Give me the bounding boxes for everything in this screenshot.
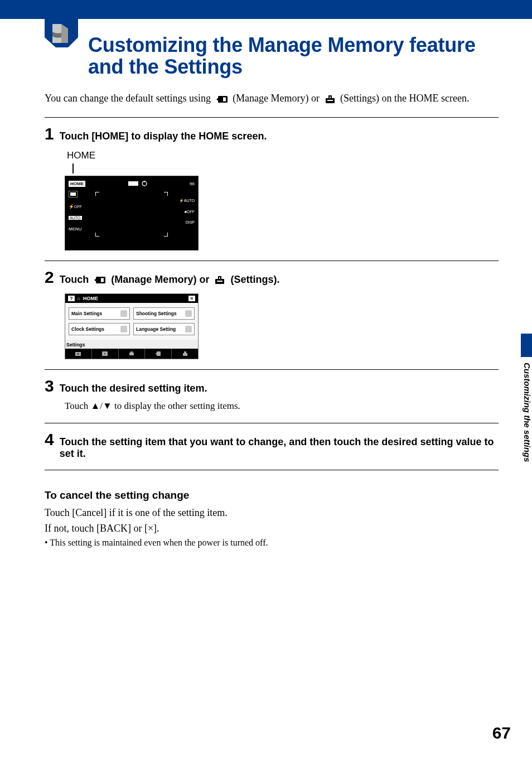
step-text: Touch the desired setting item. <box>60 383 207 394</box>
camera-icon <box>185 310 192 317</box>
step-text: Touch the setting item that you want to … <box>60 436 499 460</box>
frames-remaining: 96 <box>190 181 195 186</box>
menu-bar-title: HOME <box>83 296 98 301</box>
svg-rect-11 <box>96 277 105 283</box>
settings-icon <box>325 95 336 104</box>
divider <box>45 261 499 261</box>
svg-point-19 <box>77 353 79 355</box>
step-subtext: Touch ▲/▼ to display the other setting i… <box>65 400 499 413</box>
side-tab <box>521 334 532 357</box>
lcd-home-badge: HOME <box>69 181 85 187</box>
divider <box>45 117 499 118</box>
clock-settings-button: Clock Settings <box>69 323 130 335</box>
settings-label: Settings <box>65 340 198 349</box>
lcd-menu-label: MENU <box>69 226 82 232</box>
svg-rect-17 <box>219 277 220 279</box>
main-settings-button: Main Settings <box>69 307 130 320</box>
step-number: 3 <box>45 378 54 394</box>
svg-rect-27 <box>184 351 186 353</box>
manage-memory-icon <box>94 276 106 284</box>
pointer-line <box>72 163 74 173</box>
svg-rect-2 <box>223 97 226 101</box>
svg-rect-23 <box>130 351 133 353</box>
svg-marker-25 <box>156 353 157 355</box>
svg-rect-6 <box>330 97 331 98</box>
bottom-tab-bar <box>65 349 198 359</box>
lcd-disp-label: DISP <box>186 220 195 224</box>
settings-icon <box>214 276 225 285</box>
step-text: Touch (Manage Memory) or (Settings). <box>60 274 280 286</box>
clock-icon <box>120 326 127 332</box>
intro-paragraph: You can change the default settings usin… <box>45 91 499 105</box>
corner-graphic-icon <box>45 18 78 52</box>
camera-lcd-figure: HOME 96 ⚡OFF AUTO MENU ⚡AUTO ♣OFF DISP <box>65 176 199 250</box>
lcd-macro-off: ♣OFF <box>184 210 195 214</box>
svg-rect-5 <box>327 100 333 101</box>
tab-camera-icon <box>65 349 92 359</box>
step-number: 4 <box>45 431 54 448</box>
side-section-label: Customizing the settings <box>523 363 532 462</box>
language-setting-button: Language Setting <box>133 323 195 335</box>
cancel-text: Touch [Cancel] if it is one of the setti… <box>45 506 499 519</box>
page-number: 67 <box>492 724 511 742</box>
svg-rect-16 <box>217 281 223 282</box>
svg-rect-13 <box>101 278 104 282</box>
help-icon: ? <box>68 296 75 301</box>
resolution-icon <box>69 191 78 197</box>
figure-label: HOME <box>67 150 204 161</box>
svg-marker-12 <box>94 278 96 282</box>
settings-menu-figure: ? ⌂ HOME × Main Settings Shooting Settin… <box>65 293 199 359</box>
cancel-text: If not, touch [BACK] or [×]. <box>45 522 499 535</box>
cancel-heading: To cancel the setting change <box>45 489 499 502</box>
svg-rect-0 <box>218 96 228 103</box>
lcd-auto-icon: AUTO <box>69 216 82 220</box>
mode-dial-icon <box>142 181 147 186</box>
svg-rect-26 <box>183 353 187 356</box>
step-text: Touch [HOME] to display the HOME screen. <box>60 131 267 142</box>
divider <box>45 470 499 470</box>
section-bar <box>0 0 532 19</box>
battery-icon <box>128 181 138 186</box>
svg-marker-1 <box>216 98 219 101</box>
home-icon: ⌂ <box>78 296 80 301</box>
step-number: 2 <box>45 269 54 286</box>
tab-print-icon <box>119 349 146 359</box>
page-title: Customizing the Manage Memory feature an… <box>88 35 499 78</box>
sliders-icon <box>120 310 127 317</box>
manage-memory-icon <box>216 95 228 103</box>
tab-settings-icon <box>172 349 198 359</box>
tab-playback-icon <box>92 349 119 359</box>
svg-rect-10 <box>70 192 76 196</box>
lcd-flash-auto: ⚡AUTO <box>179 199 195 203</box>
divider <box>45 423 499 423</box>
svg-rect-24 <box>157 351 161 356</box>
section-kicker: Customizing the settings <box>88 18 499 30</box>
step-number: 1 <box>45 126 54 142</box>
close-icon: × <box>188 296 195 301</box>
tab-manage-memory-icon <box>145 349 172 359</box>
lcd-off-label: ⚡OFF <box>69 204 82 209</box>
note-bullet: • This setting is maintained even when t… <box>45 538 499 548</box>
shooting-settings-button: Shooting Settings <box>133 307 195 320</box>
language-icon <box>185 326 192 332</box>
svg-rect-22 <box>129 353 134 355</box>
divider <box>45 369 499 370</box>
